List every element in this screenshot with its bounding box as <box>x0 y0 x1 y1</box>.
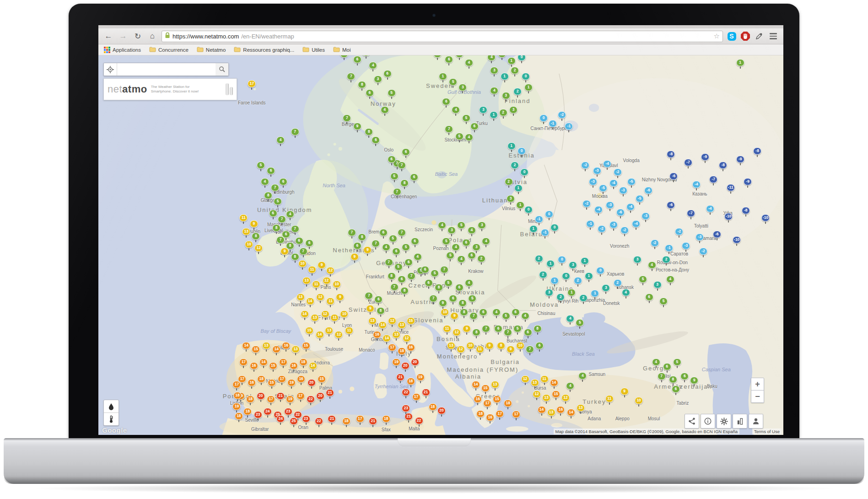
temp-marker[interactable]: 11 <box>605 395 614 405</box>
temp-marker[interactable]: -2 <box>598 225 606 235</box>
temp-marker[interactable]: 5 <box>659 298 668 307</box>
temp-marker[interactable]: 1 <box>507 57 516 67</box>
temp-marker[interactable]: 5 <box>462 114 470 124</box>
bookmark-star-icon[interactable]: ☆ <box>714 32 720 40</box>
temp-marker[interactable]: 13 <box>368 317 377 327</box>
temp-marker[interactable]: 17 <box>239 358 248 368</box>
zoom-in-button[interactable]: + <box>751 378 764 391</box>
temp-marker[interactable]: 7 <box>440 266 448 276</box>
temp-marker[interactable]: 1 <box>550 277 559 287</box>
temp-marker[interactable]: 8 <box>497 342 505 352</box>
temp-marker[interactable]: 16 <box>474 396 482 405</box>
temp-marker[interactable]: 2 <box>574 277 582 287</box>
temp-marker[interactable]: 20 <box>257 392 265 402</box>
temp-marker[interactable]: 6 <box>411 238 419 247</box>
temp-marker[interactable]: 14 <box>472 381 480 391</box>
temp-marker[interactable]: 12 <box>403 335 411 344</box>
temp-marker[interactable]: 7 <box>526 346 534 355</box>
temp-marker[interactable]: -5 <box>627 178 636 188</box>
temp-marker[interactable]: 5 <box>457 222 465 231</box>
temp-marker[interactable]: 6 <box>445 56 453 65</box>
temp-marker[interactable]: 3 <box>509 106 518 116</box>
temp-marker[interactable]: 13 <box>447 342 455 352</box>
temp-marker[interactable]: 18 <box>476 410 485 420</box>
temp-marker[interactable]: 11 <box>239 214 248 224</box>
temp-marker[interactable]: 0 <box>518 147 526 157</box>
temp-marker[interactable]: 17 <box>267 396 275 405</box>
temp-marker[interactable]: 15 <box>493 396 501 405</box>
temperature-mode-button[interactable] <box>104 412 119 425</box>
temp-marker[interactable]: 20 <box>401 362 410 372</box>
temp-marker[interactable]: 14 <box>306 298 314 307</box>
temp-marker[interactable]: 23 <box>402 405 410 414</box>
temp-marker[interactable]: 1 <box>524 84 533 93</box>
temp-marker[interactable]: 8 <box>534 325 542 335</box>
temp-marker[interactable]: 17 <box>278 375 286 385</box>
temp-marker[interactable]: -10 <box>724 213 733 222</box>
temp-marker[interactable]: 4 <box>578 372 587 382</box>
temp-marker[interactable]: 5 <box>389 235 397 244</box>
temp-marker[interactable]: -8 <box>719 162 727 171</box>
temp-marker[interactable]: 5 <box>455 133 464 142</box>
temp-marker[interactable]: 6 <box>468 252 476 261</box>
temp-marker[interactable]: 2 <box>499 109 507 119</box>
temp-marker[interactable]: -7 <box>709 176 717 185</box>
temp-marker[interactable]: 0 <box>545 211 553 220</box>
temp-marker[interactable]: 5 <box>362 55 370 59</box>
temp-marker[interactable]: 4 <box>566 315 574 325</box>
temp-marker[interactable]: 5 <box>576 319 584 329</box>
temp-marker[interactable]: 5 <box>502 312 510 322</box>
temp-marker[interactable]: 6 <box>462 239 470 249</box>
temp-marker[interactable]: 3 <box>374 76 382 85</box>
temp-marker[interactable]: 21 <box>328 415 336 425</box>
temp-marker[interactable]: 7 <box>482 325 490 335</box>
temp-marker[interactable]: 6 <box>672 385 680 395</box>
temp-marker[interactable]: 4 <box>465 59 473 69</box>
bookmark-item-ressources-graphiq[interactable]: Ressources graphiq... <box>234 47 294 53</box>
temp-marker[interactable]: 5 <box>274 198 282 207</box>
temp-marker[interactable]: 8 <box>388 272 396 282</box>
temp-marker[interactable]: 8 <box>400 179 409 189</box>
temp-marker[interactable]: 3 <box>602 284 610 294</box>
temp-marker[interactable]: -1 <box>565 123 573 132</box>
temp-marker[interactable]: 3 <box>458 84 467 93</box>
temp-marker[interactable]: 7 <box>504 329 512 338</box>
temp-marker[interactable]: 2 <box>455 55 464 60</box>
temp-marker[interactable]: 1 <box>585 272 593 282</box>
temp-marker[interactable]: 7 <box>343 114 351 124</box>
temp-marker[interactable]: 7 <box>429 295 437 304</box>
temp-marker[interactable]: 15 <box>252 346 260 355</box>
temp-marker[interactable]: 7 <box>407 272 415 282</box>
temp-marker[interactable]: -6 <box>667 201 675 211</box>
temp-marker[interactable]: 7 <box>390 283 399 293</box>
temp-marker[interactable]: 4 <box>566 382 574 392</box>
back-button[interactable]: ← <box>103 31 114 42</box>
temp-marker[interactable]: -8 <box>742 207 750 217</box>
temp-marker[interactable]: 18 <box>299 358 307 368</box>
temp-marker[interactable]: 13 <box>531 379 539 389</box>
temp-marker[interactable]: 10 <box>245 241 253 250</box>
temp-marker[interactable]: 10 <box>340 310 348 320</box>
temp-marker[interactable]: 8 <box>458 299 467 309</box>
temp-marker[interactable]: 6 <box>402 148 410 158</box>
temp-marker[interactable]: -3 <box>609 221 618 231</box>
temp-marker[interactable]: 3 <box>545 289 553 298</box>
temp-marker[interactable]: 11 <box>308 266 316 276</box>
temp-marker[interactable]: 13 <box>392 331 400 341</box>
temp-marker[interactable]: 18 <box>257 375 265 385</box>
temp-marker[interactable]: 16 <box>250 362 258 372</box>
temp-marker[interactable]: 0 <box>596 267 604 277</box>
temp-marker[interactable]: 2 <box>556 293 565 303</box>
temp-marker[interactable]: 17 <box>512 411 520 420</box>
temp-marker[interactable]: 15 <box>302 342 310 352</box>
temp-marker[interactable]: 18 <box>398 347 406 357</box>
share-button[interactable] <box>685 414 699 428</box>
temp-marker[interactable]: 0 <box>518 55 526 63</box>
temp-marker[interactable]: 13 <box>325 327 333 336</box>
temp-marker[interactable]: 1 <box>507 142 516 152</box>
temp-marker[interactable]: 7 <box>348 229 356 239</box>
temp-marker[interactable]: -4 <box>626 203 635 213</box>
temp-marker[interactable]: 11 <box>476 346 484 355</box>
temp-marker[interactable]: 6 <box>388 156 396 165</box>
temp-marker[interactable]: 19 <box>287 379 296 389</box>
